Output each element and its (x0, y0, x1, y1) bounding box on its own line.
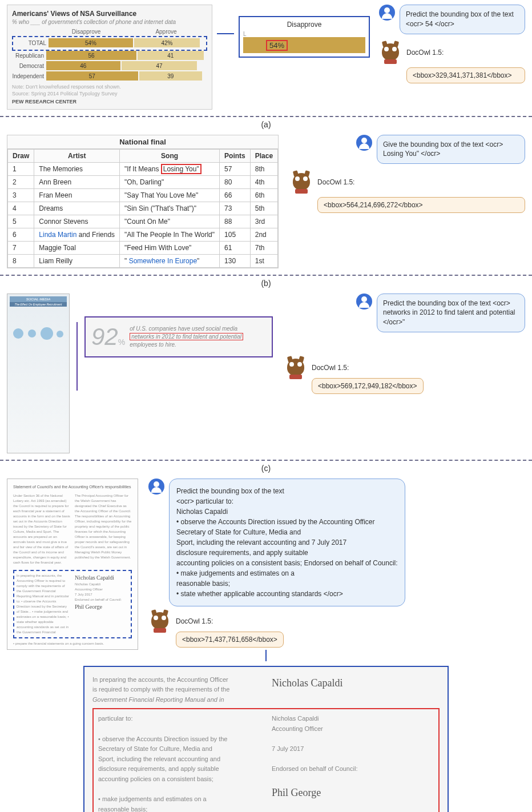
red-bbox-region: particular to: • observe the Accounts Di… (92, 708, 440, 812)
user-prompt-bubble: Predict the bounding box of the text <oc… (169, 479, 405, 606)
owl-icon (379, 41, 402, 64)
connector-line (217, 33, 234, 34)
table-row: 4Dreams"Sin Sin ("That's That")"735th (8, 202, 278, 215)
col-approve: Approve (126, 29, 206, 35)
total-row-highlight: TOTAL 54% 42% (12, 36, 207, 51)
zoom-inset-d: In preparing the accounts, the Accountin… (83, 666, 449, 812)
table-row: 2Ann Breen"Oh, Darling"804th (8, 175, 278, 188)
chart-footer: PEW RESEARCH CENTER (12, 99, 207, 104)
user-icon (379, 5, 395, 21)
model-name-label: DocOwl 1.5: (176, 617, 213, 625)
nsa-chart: Americans' Views of NSA Surveillance % w… (7, 5, 212, 110)
zoom-inset-c: 92% of U.S. companies have used social m… (84, 316, 273, 357)
panel-a: Americans' Views of NSA Surveillance % w… (0, 0, 532, 114)
table-row: 1The Memories "If It Means Losing You" 5… (8, 162, 278, 175)
infographic-thumbnail: SOCIAL MEDIA The Effect On Employee Recr… (7, 294, 70, 453)
zoom-inset-a: Disapprove L 54% (239, 16, 370, 58)
table-row: 7Maggie Toal"Feed Him With Love"617th (8, 241, 278, 254)
section-label-c: (c) (0, 463, 532, 474)
panel-c: SOCIAL MEDIA The Effect On Employee Recr… (0, 289, 532, 458)
chart-title: Americans' Views of NSA Surveillance (12, 10, 207, 18)
national-final-table: National final Draw Artist Song Points P… (7, 135, 279, 268)
col-disapprove: Disapprove (46, 29, 126, 35)
highlighted-value: 54% (266, 40, 288, 51)
table-row: 3Fran Meen"Say That You Love Me"666th (8, 188, 278, 202)
owl-icon (284, 356, 307, 379)
model-name-label: DocOwl 1.5: (317, 178, 354, 186)
table-row: 5Connor Stevens"Count On Me"883rd (8, 215, 278, 228)
user-prompt-bubble: Give the bounding box of the text <ocr> … (377, 135, 525, 164)
model-name-label: DocOwl 1.5: (312, 364, 349, 372)
table-row: 6Linda Martin and Friends"All The People… (8, 228, 278, 241)
model-output-bubble: <bbox>564,214,696,272</bbox> (317, 197, 525, 213)
user-icon (356, 135, 372, 151)
user-prompt-bubble: Predict the bounding box of the text <oc… (400, 5, 525, 34)
signature: Phil George (272, 787, 321, 798)
owl-icon (290, 171, 313, 194)
panel-d: Statement of Council's and the Accountin… (0, 474, 532, 812)
connector-line (265, 650, 267, 661)
owl-icon (148, 610, 171, 633)
model-output-bubble: <bbox>329,341,371,381</bbox> (406, 67, 525, 83)
model-output-bubble: <bbox>569,172,949,182</bbox> (312, 378, 424, 394)
chart-subtitle: % who ___ of government's collection of … (12, 19, 207, 25)
chart-note: Note: Don't know/refused responses not s… (12, 84, 207, 91)
signature: Nicholas Capaldi (272, 677, 342, 689)
user-icon (148, 479, 164, 495)
connector-line (76, 322, 78, 391)
user-icon (356, 294, 372, 309)
document-thumbnail: Statement of Council's and the Accountin… (7, 479, 138, 650)
model-name-label: DocOwl 1.5: (406, 49, 444, 57)
chart-source: Source: Spring 2014 Political Typology S… (12, 91, 207, 97)
highlighted-text: Losing You" (161, 164, 201, 174)
section-label-a: (a) (0, 119, 532, 130)
panel-b: National final Draw Artist Song Points P… (0, 130, 532, 273)
user-prompt-bubble: Predict the bounding box of the text <oc… (377, 294, 525, 332)
model-output-bubble: <bbox>71,437,761,658</bbox> (176, 632, 284, 648)
section-label-b: (b) (0, 278, 532, 289)
dashed-region-highlight: In preparing the accounts, the Accountin… (13, 570, 132, 638)
highlighted-text: networks in 2012 to find talent and pote… (130, 333, 243, 340)
table-row: 8Liam Reilly" Somewhere In Europe"1301st (8, 254, 278, 267)
